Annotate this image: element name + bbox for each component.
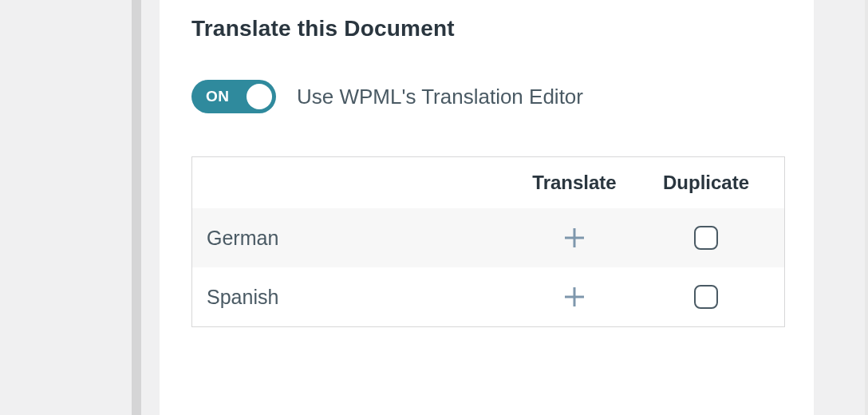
language-cell: Spanish: [207, 286, 507, 309]
panel-outer-border: [132, 0, 141, 415]
translate-document-panel: Translate this Document ON Use WPML's Tr…: [160, 0, 814, 415]
duplicate-checkbox[interactable]: [694, 226, 718, 250]
translate-cell: [507, 285, 642, 309]
table-row: Spanish: [192, 267, 784, 326]
duplicate-cell: [642, 285, 770, 309]
language-cell: German: [207, 227, 507, 250]
table-row: German: [192, 208, 784, 267]
duplicate-cell: [642, 226, 770, 250]
translate-cell: [507, 226, 642, 250]
toggle-state-label: ON: [206, 88, 230, 105]
toggle-knob-icon: [247, 84, 272, 109]
translation-editor-toggle[interactable]: ON: [191, 80, 276, 113]
toggle-description: Use WPML's Translation Editor: [297, 85, 583, 109]
add-translation-icon[interactable]: [562, 285, 586, 309]
column-header-duplicate: Duplicate: [642, 172, 770, 194]
add-translation-icon[interactable]: [562, 226, 586, 250]
translation-editor-toggle-row: ON Use WPML's Translation Editor: [191, 80, 785, 113]
languages-table: Translate Duplicate German Spanish: [191, 156, 785, 327]
table-header-row: Translate Duplicate: [192, 157, 784, 208]
column-header-translate: Translate: [507, 172, 642, 194]
panel-right-edge: [865, 0, 868, 415]
duplicate-checkbox[interactable]: [694, 285, 718, 309]
panel-title: Translate this Document: [191, 16, 785, 42]
